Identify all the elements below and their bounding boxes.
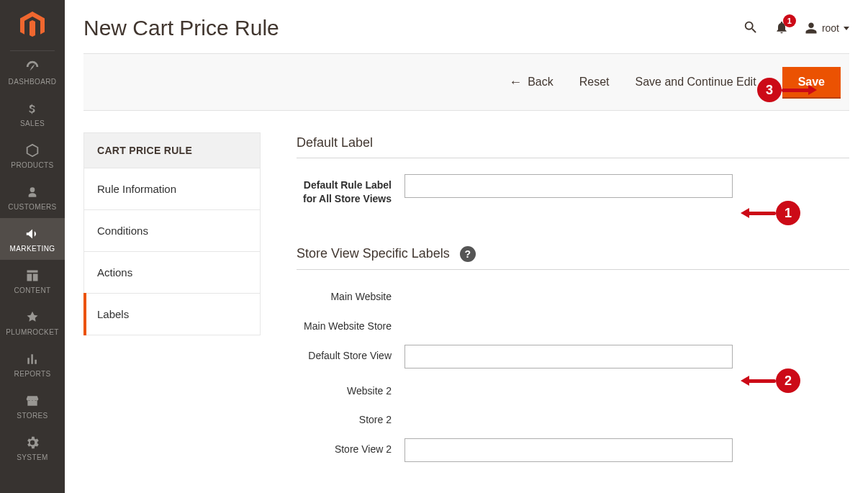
sidebar-item-stores-icon [24, 393, 40, 409]
tabs-title: CART PRICE RULE [84, 133, 260, 168]
store-view-label: Default Store View [297, 345, 404, 363]
nav-label: MARKETING [9, 245, 55, 253]
back-button[interactable]: ← Back [509, 75, 553, 90]
tab-actions[interactable]: Actions [84, 252, 260, 294]
sidebar-item-content-icon [24, 268, 40, 284]
nav-label: STORES [17, 412, 48, 420]
logo[interactable] [0, 0, 65, 50]
nav-label: PLUMROCKET [6, 328, 58, 336]
sidebar-item-system-icon [24, 435, 40, 451]
store-label: Main Website Store [297, 315, 404, 333]
section-default-label: Default Label [297, 135, 849, 158]
store-view-label: Store View 2 [297, 438, 404, 456]
sidebar-item-plumrocket-icon [24, 309, 40, 325]
tab-conditions[interactable]: Conditions [84, 210, 260, 252]
user-menu[interactable]: root [805, 22, 849, 35]
nav-label: CONTENT [14, 286, 50, 294]
action-toolbar: ← Back Reset Save and Continue Edit Save [83, 53, 849, 111]
tab-labels[interactable]: Labels [84, 294, 260, 335]
magento-logo-icon [20, 12, 45, 39]
store-label: Main Website [297, 286, 404, 304]
labels-form: Default Label Default Rule Label for All… [297, 132, 849, 474]
sidebar-item-reports-icon [24, 351, 40, 367]
nav-label: CUSTOMERS [8, 203, 56, 211]
nav-label: SALES [20, 119, 45, 127]
sidebar-item-reports[interactable]: REPORTS [0, 343, 65, 385]
sidebar-item-marketing[interactable]: MARKETING [0, 218, 65, 260]
store-view-input[interactable] [404, 438, 733, 462]
chevron-down-icon [844, 27, 849, 30]
sidebar-item-products[interactable]: PRODUCTS [0, 135, 65, 176]
sidebar-item-dashboard-icon [24, 59, 40, 75]
sidebar-item-stores[interactable]: STORES [0, 385, 65, 427]
nav-label: SYSTEM [17, 453, 48, 461]
user-name: root [822, 22, 839, 34]
default-rule-input[interactable] [404, 174, 733, 198]
sidebar-item-products-icon [24, 143, 40, 158]
arrow-left-icon: ← [509, 75, 522, 90]
sidebar-item-sales-icon [24, 101, 40, 117]
notification-badge: 1 [783, 14, 796, 27]
nav-label: PRODUCTS [11, 161, 53, 169]
tab-rule-information[interactable]: Rule Information [84, 168, 260, 210]
store-view-input[interactable] [404, 345, 733, 368]
sidebar-item-plumrocket[interactable]: PLUMROCKET [0, 302, 65, 343]
page-title: New Cart Price Rule [83, 16, 743, 40]
help-icon[interactable]: ? [460, 246, 476, 262]
default-rule-label: Default Rule Label for All Store Views [297, 174, 404, 206]
nav-label: DASHBOARD [9, 78, 57, 86]
notifications-icon[interactable]: 1 [774, 20, 789, 37]
sidebar-item-customers-icon [24, 184, 40, 200]
sidebar-item-marketing-icon [24, 226, 40, 242]
sidebar-item-content[interactable]: CONTENT [0, 260, 65, 302]
save-continue-button[interactable]: Save and Continue Edit [636, 76, 756, 89]
sidebar-item-customers[interactable]: CUSTOMERS [0, 176, 65, 218]
store-label: Website 2 [297, 380, 404, 398]
sidebar-item-system[interactable]: SYSTEM [0, 427, 65, 469]
left-sidebar: DASHBOARDSALESPRODUCTSCUSTOMERSMARKETING… [0, 0, 65, 493]
tabs-panel: CART PRICE RULE Rule InformationConditio… [83, 132, 261, 335]
section-store-specific: Store View Specific Labels ? [297, 246, 849, 270]
save-button[interactable]: Save [782, 67, 841, 97]
search-icon[interactable] [743, 19, 759, 37]
page-header: New Cart Price Rule 1 root [65, 0, 868, 53]
sidebar-item-sales[interactable]: SALES [0, 93, 65, 135]
reset-button[interactable]: Reset [579, 76, 610, 89]
nav-label: REPORTS [14, 370, 51, 378]
sidebar-item-dashboard[interactable]: DASHBOARD [0, 51, 65, 93]
store-label: Store 2 [297, 409, 404, 427]
